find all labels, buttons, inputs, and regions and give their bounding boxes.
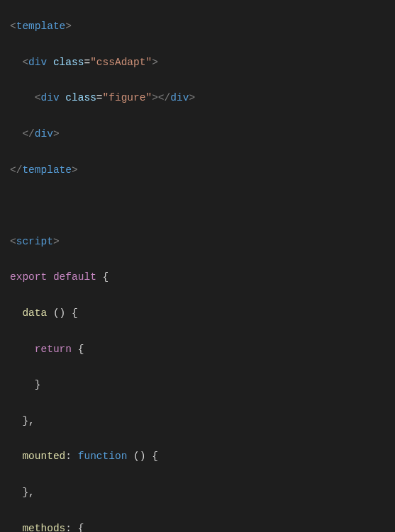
code-line: <div class="figure"></div> [10, 89, 395, 107]
code-line: } [10, 376, 395, 394]
code-line: }, [10, 412, 395, 430]
code-line: data () { [10, 305, 395, 322]
code-line: export default { [10, 268, 395, 286]
code-line: <div class="cssAdapt"> [10, 54, 395, 72]
code-editor[interactable]: <template> <div class="cssAdapt"> <div c… [0, 0, 395, 532]
code-line: </div> [10, 125, 395, 143]
code-line: mounted: function () { [10, 448, 395, 465]
code-line [10, 197, 395, 215]
code-line: return { [10, 341, 395, 358]
code-line: }, [10, 484, 395, 502]
code-line: </template> [10, 162, 395, 179]
code-line: methods: { [10, 520, 395, 532]
code-line: <script> [10, 233, 395, 251]
code-line: <template> [10, 18, 395, 35]
